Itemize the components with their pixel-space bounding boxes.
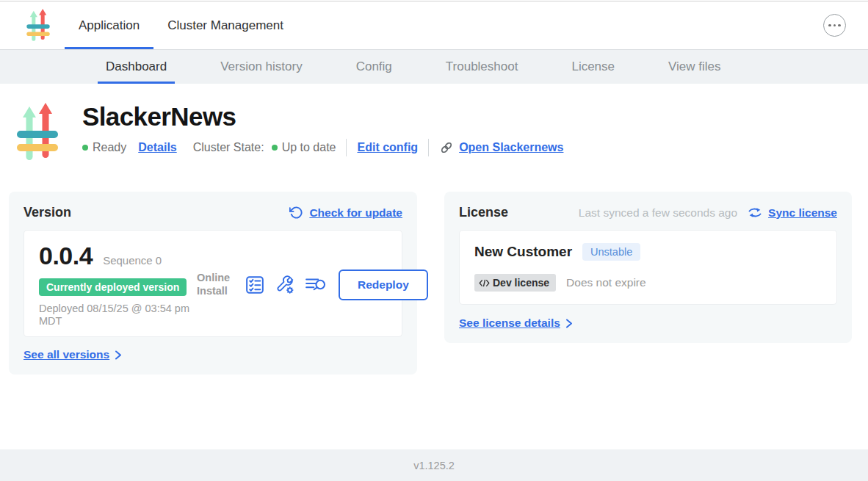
open-app-link[interactable]: Open Slackernews xyxy=(439,140,563,155)
status-details-link[interactable]: Details xyxy=(138,141,176,154)
dashboard-main: SlackerNews Ready Details Cluster State:… xyxy=(0,84,868,449)
tab-troubleshoot[interactable]: Troubleshoot xyxy=(438,50,527,84)
header-right xyxy=(823,1,846,49)
sequence-label: Sequence 0 xyxy=(103,254,162,267)
license-header-actions: Last synced a few seconds ago Sync licen… xyxy=(579,206,837,220)
chevron-right-icon xyxy=(565,318,573,329)
dashboard-cards: Version Check for update 0.0.4 Sequence … xyxy=(9,192,859,375)
see-license-details-label: See license details xyxy=(459,317,560,330)
tab-application[interactable]: Application xyxy=(65,1,153,49)
license-card: License Last synced a few seconds ago Sy… xyxy=(444,192,852,343)
customer-name: New Customer xyxy=(474,244,572,260)
check-for-update-link[interactable]: Check for update xyxy=(289,206,402,220)
cluster-state-dot xyxy=(272,145,278,151)
tab-version-history[interactable]: Version history xyxy=(212,50,311,84)
app-status-text: Ready xyxy=(93,141,126,154)
dev-license-tag: Dev license xyxy=(474,274,556,292)
hero-text: SlackerNews Ready Details Cluster State:… xyxy=(82,102,563,167)
chevron-right-icon xyxy=(115,350,122,361)
license-type-row: Dev license Does not expire xyxy=(474,274,822,292)
view-logs-icon[interactable] xyxy=(305,275,327,294)
divider xyxy=(346,139,347,156)
tab-view-files[interactable]: View files xyxy=(660,50,729,84)
header-tabs: Application Cluster Management xyxy=(65,1,297,49)
sync-license-link[interactable]: Sync license xyxy=(768,206,837,220)
install-type-label: Online Install xyxy=(197,272,235,297)
code-icon xyxy=(479,279,490,287)
open-app-label: Open Slackernews xyxy=(459,141,563,154)
tab-license[interactable]: License xyxy=(563,50,623,84)
app-status-row: Ready Details Cluster State: Up to date … xyxy=(82,139,563,156)
version-number-row: 0.0.4 Sequence 0 xyxy=(39,242,197,270)
customer-row: New Customer Unstable xyxy=(474,243,822,261)
license-card-title: License xyxy=(459,205,508,220)
version-actions: Online Install xyxy=(197,270,428,300)
page-title: SlackerNews xyxy=(82,104,563,129)
see-license-details-link[interactable]: See license details xyxy=(459,317,837,330)
console-version: v1.125.2 xyxy=(413,460,455,471)
tab-cluster-management[interactable]: Cluster Management xyxy=(153,1,297,49)
version-card-title: Version xyxy=(23,205,71,220)
tab-dashboard[interactable]: Dashboard xyxy=(98,50,175,84)
brand-logo[interactable] xyxy=(24,9,52,43)
tab-config[interactable]: Config xyxy=(348,50,400,84)
current-version-panel: 0.0.4 Sequence 0 Currently deployed vers… xyxy=(23,230,402,337)
license-card-header: License Last synced a few seconds ago Sy… xyxy=(459,205,837,220)
version-number: 0.0.4 xyxy=(39,242,93,270)
deployed-timestamp: Deployed 08/15/25 @ 03:54 pm MDT xyxy=(39,303,197,328)
refresh-icon xyxy=(289,206,303,220)
slackernews-logo-icon xyxy=(24,9,52,43)
app-icon xyxy=(16,102,59,167)
check-for-update-label: Check for update xyxy=(309,206,402,220)
see-all-versions-label: See all versions xyxy=(23,348,109,361)
license-details-panel: New Customer Unstable Dev license Does n… xyxy=(459,230,837,305)
configure-wrench-icon[interactable] xyxy=(275,275,295,295)
slackernews-app-icon xyxy=(16,102,59,164)
version-card: Version Check for update 0.0.4 Sequence … xyxy=(9,192,417,375)
preflight-checks-icon[interactable] xyxy=(245,275,265,295)
ellipsis-icon xyxy=(828,24,831,27)
app-hero: SlackerNews Ready Details Cluster State:… xyxy=(16,102,868,167)
version-card-header: Version Check for update xyxy=(23,205,402,220)
dev-license-label: Dev license xyxy=(493,277,549,289)
edit-config-link[interactable]: Edit config xyxy=(357,141,418,154)
app-status-dot xyxy=(82,145,88,151)
license-expiration: Does not expire xyxy=(566,276,646,289)
version-info: 0.0.4 Sequence 0 Currently deployed vers… xyxy=(39,242,197,328)
redeploy-button[interactable]: Redeploy xyxy=(339,270,428,300)
last-synced-text: Last synced a few seconds ago xyxy=(579,206,737,220)
sync-arrows-icon xyxy=(748,206,762,219)
channel-badge: Unstable xyxy=(582,243,640,261)
app-subnav: Dashboard Version history Config Trouble… xyxy=(0,49,868,84)
see-all-versions-link[interactable]: See all versions xyxy=(23,348,402,361)
app-header: Application Cluster Management xyxy=(0,1,868,49)
app-footer: v1.125.2 xyxy=(0,449,868,481)
more-menu-button[interactable] xyxy=(823,14,846,37)
divider xyxy=(428,139,429,156)
cluster-state-value: Up to date xyxy=(282,141,336,154)
chain-link-icon xyxy=(439,140,454,155)
deployed-badge: Currently deployed version xyxy=(39,278,187,296)
cluster-state-label: Cluster State: xyxy=(193,141,264,154)
